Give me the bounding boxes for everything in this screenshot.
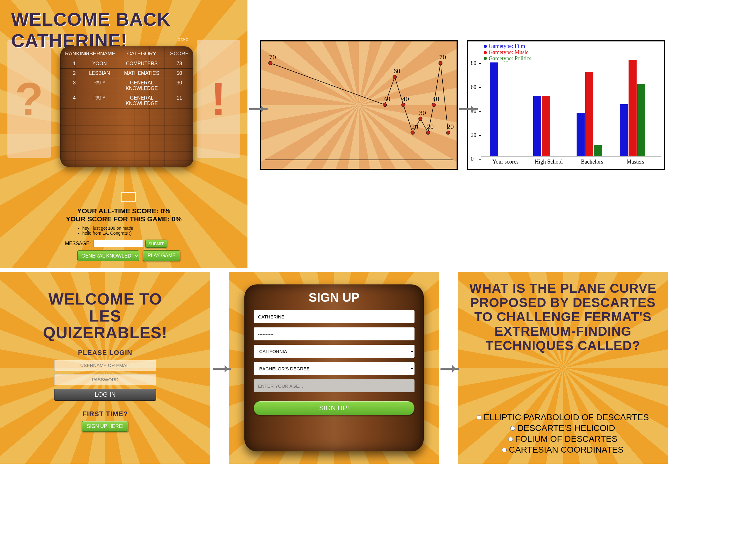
line-chart: 70406040203020407020 <box>261 41 458 170</box>
bar <box>533 96 541 156</box>
arrow-icon <box>249 108 268 110</box>
signup-submit-button[interactable]: Sign Up! <box>254 401 415 415</box>
play-game-button[interactable]: Play Game <box>143 250 180 261</box>
x-axis <box>265 160 453 160</box>
svg-point-4 <box>393 75 396 79</box>
svg-text:20: 20 <box>447 123 454 131</box>
bar <box>490 63 498 156</box>
welcome-heading: Welcome Back Catherine! <box>0 0 248 51</box>
svg-text:30: 30 <box>419 109 426 116</box>
username-input[interactable] <box>54 360 156 371</box>
svg-text:40: 40 <box>402 95 409 103</box>
answer-option[interactable]: Descarte's Helicoid <box>458 423 668 433</box>
svg-point-16 <box>439 61 442 65</box>
question-text: What is the plane curve proposed by Desc… <box>458 272 668 353</box>
message-feed: hey I just got 100 on math!hello from LA… <box>74 226 133 236</box>
bar <box>620 104 628 156</box>
login-title: Welcome to Les Quizerables! <box>0 272 210 341</box>
question-mark-icon: ? <box>8 40 51 158</box>
svg-point-6 <box>401 103 405 107</box>
quiz-panel: What is the plane curve proposed by Desc… <box>458 272 668 464</box>
thisgame-score: Your Score for this game: 0% <box>0 215 248 223</box>
answer-radio[interactable] <box>502 448 507 453</box>
submit-button[interactable]: Submit <box>146 240 167 248</box>
signup-title: Sign up <box>254 291 415 305</box>
x-tick: High School <box>527 159 570 165</box>
leaderboard-row: 3PatyGeneral Knowledge30 <box>60 78 193 93</box>
x-tick: Bachelors <box>570 159 614 165</box>
svg-text:40: 40 <box>384 95 391 103</box>
col-score: Score <box>170 51 189 57</box>
y-axis <box>481 63 481 156</box>
category-select[interactable]: General Knowledge <box>77 250 139 261</box>
feed-item: hello from LA. Congrats :) <box>82 231 133 236</box>
svg-text:70: 70 <box>439 53 446 61</box>
leaderboard-row: 2LesbianMathematics50 <box>60 69 193 78</box>
bar <box>577 113 585 156</box>
answer-option[interactable]: Elliptic Paraboloid of Descartes <box>458 412 668 423</box>
slide-thumbnail[interactable] <box>121 192 136 202</box>
dashboard-panel: Welcome Back Catherine! ? ! 2 of 2 Ranki… <box>0 0 248 268</box>
y-tick: 80 <box>471 60 476 66</box>
answer-option[interactable]: Cartesian Coordinates <box>458 444 668 455</box>
svg-point-0 <box>268 61 272 65</box>
svg-text:40: 40 <box>432 95 439 103</box>
message-input[interactable] <box>94 240 143 247</box>
password-input[interactable] <box>254 327 415 341</box>
login-button[interactable]: Log In <box>54 389 156 401</box>
signup-panel: Sign up California Bachelor's Degree Sig… <box>229 272 439 464</box>
feed-item: hey I just got 100 on math! <box>82 226 133 231</box>
name-input[interactable] <box>254 310 415 323</box>
legend: Gametype: FilmGametype: MusicGametype: P… <box>484 43 531 62</box>
y-tick: 0 <box>471 156 473 162</box>
bar <box>594 145 602 156</box>
legend-item: Gametype: Film <box>484 43 531 49</box>
education-select[interactable]: Bachelor's Degree <box>254 362 415 375</box>
svg-point-14 <box>432 103 436 107</box>
please-login-label: Please Login <box>0 349 210 357</box>
svg-point-10 <box>418 117 422 120</box>
bar <box>629 60 636 156</box>
x-axis <box>481 156 661 156</box>
bar <box>637 84 645 156</box>
answer-radio[interactable] <box>477 415 482 420</box>
leaderboard-header: Ranking Username Category Score <box>60 46 193 59</box>
login-panel: Welcome to Les Quizerables! Please Login… <box>0 272 210 464</box>
signup-here-button[interactable]: Sign Up Here! <box>82 421 128 432</box>
arrow-icon <box>441 368 459 370</box>
password-input[interactable] <box>54 374 156 385</box>
bar <box>542 96 550 156</box>
message-label: Message: <box>65 241 91 246</box>
y-tick: 20 <box>471 132 476 139</box>
signup-card: Sign up California Bachelor's Degree Sig… <box>244 285 424 451</box>
leaderboard-row: 1YoonComputers73 <box>60 59 193 69</box>
answer-radio[interactable] <box>510 426 515 431</box>
age-input[interactable] <box>254 379 415 392</box>
arrow-icon <box>213 368 231 370</box>
x-tick: Your scores <box>484 159 527 165</box>
y-tick: 60 <box>471 84 476 90</box>
legend-item: Gametype: Politics <box>484 56 531 62</box>
arrow-icon <box>459 108 478 110</box>
svg-text:60: 60 <box>393 67 400 75</box>
answer-option[interactable]: Folium of Descartes <box>458 433 668 444</box>
line-chart-panel: 70406040203020407020 01/1001/1001/1001/1… <box>260 40 458 170</box>
slide-counter: 2 of 2 <box>178 38 188 41</box>
answer-radio[interactable] <box>508 437 513 442</box>
leaderboard: 2 of 2 Ranking Username Category Score 1… <box>60 46 193 167</box>
svg-text:70: 70 <box>269 53 276 61</box>
legend-item: Gametype: Music <box>484 49 531 56</box>
svg-point-12 <box>426 131 430 135</box>
exclaim-icon: ! <box>197 40 240 158</box>
svg-point-8 <box>411 131 415 135</box>
bar-chart-panel: Gametype: FilmGametype: MusicGametype: P… <box>467 40 665 170</box>
first-time-label: First Time? <box>0 410 210 418</box>
leaderboard-row: 4PatyGeneral Knowledge11 <box>60 93 193 109</box>
answer-list: Elliptic Paraboloid of DescartesDescarte… <box>458 412 668 455</box>
alltime-score: Your All-Time Score: 0% <box>0 207 248 215</box>
score-summary: Your All-Time Score: 0% Your Score for t… <box>0 207 248 223</box>
svg-text:20: 20 <box>427 123 434 131</box>
state-select[interactable]: California <box>254 345 415 358</box>
svg-text:20: 20 <box>411 123 418 131</box>
col-category: Category <box>115 51 168 57</box>
